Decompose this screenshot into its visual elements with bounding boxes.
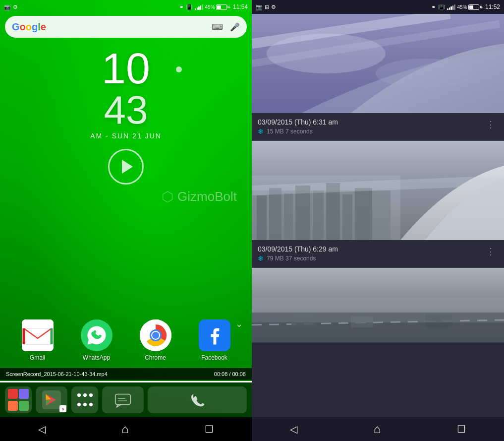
screen-record-bar: ScreenRecord_2015-06-21-10-43-34.mp4 00:… [0, 368, 252, 380]
status-time-right: 11:52 [485, 3, 500, 10]
video-meta-1: 03/09/2015 (Thu) 6:31 am ❄ 15 MB 7 secon… [258, 118, 478, 135]
video-thumbnail-1 [252, 14, 504, 113]
recent-button-right[interactable]: ☐ [457, 423, 466, 435]
dock-message-icon[interactable] [102, 386, 144, 413]
right-battery: 45% + [457, 4, 483, 10]
dock-playstore-icon[interactable]: $ [36, 386, 67, 413]
video-thumb-svg-3 [252, 268, 504, 342]
right-signal-bars [447, 4, 455, 10]
status-time-left: 11:54 [233, 3, 248, 10]
google-bar-icons: ⌨ 🎤 [212, 22, 240, 32]
settings-icon: ⚙ [13, 4, 18, 10]
playstore-svg [42, 390, 61, 409]
status-bar-left: 📷 ⚙ ⚭ 📳 45% + [0, 0, 252, 14]
right-settings-icon: ⚙ [271, 4, 276, 10]
video-thumbnail-3 [252, 268, 504, 342]
right-grid-icon: ⊞ [265, 4, 269, 10]
chrome-svg [140, 319, 171, 351]
dot-3 [89, 393, 93, 397]
gizmobolt-watermark: ⬡ GizmoBolt [162, 189, 237, 205]
video-info-2: 03/09/2015 (Thu) 6:29 am ❄ 79 MB 37 seco… [252, 240, 504, 267]
facebook-label: Facebook [201, 354, 227, 361]
dock-mini-icon-3 [8, 401, 18, 411]
signal-bars [195, 4, 203, 10]
dot-4 [77, 403, 81, 406]
video-thumb-svg-1 [252, 14, 504, 113]
video-item-3[interactable] [252, 268, 504, 343]
right-status-icons: 📷 ⊞ ⚙ [256, 4, 428, 10]
gmail-svg [22, 319, 54, 351]
right-nav-bar: ◁ ⌂ ☐ [252, 417, 504, 441]
gmail-label: Gmail [30, 354, 45, 361]
svg-rect-20 [115, 394, 130, 405]
home-button-right[interactable]: ⌂ [374, 422, 381, 436]
keyboard-icon: ⌨ [212, 22, 223, 32]
video-size-1: 15 MB 7 seconds [267, 128, 313, 135]
google-logo: Google [12, 21, 46, 33]
video-date-1: 03/09/2015 (Thu) 6:31 am [258, 118, 478, 126]
video-more-button-2[interactable]: ⋮ [483, 245, 498, 258]
right-vibrate-icon: 📳 [438, 4, 445, 10]
bottom-dock: $ [0, 382, 252, 417]
left-panel: 📷 ⚙ ⚭ 📳 45% + [0, 0, 252, 441]
right-status-right: ⚭ 📳 45% + 11:52 [431, 3, 500, 10]
facebook-icon [199, 319, 230, 351]
vibrate-icon: 📳 [186, 4, 193, 10]
right-panel: 📷 ⊞ ⚙ ⚭ 📳 45% + 11:52 [252, 0, 504, 441]
facebook-app-icon[interactable]: Facebook [199, 319, 230, 361]
right-screenshot-icon: 📷 [256, 4, 263, 10]
dock-widget-small[interactable] [5, 386, 32, 413]
chrome-app-icon[interactable]: Chrome [140, 319, 171, 361]
clock-minute: 43 [0, 90, 252, 130]
video-thumb-svg-2 [252, 141, 504, 240]
chrome-label: Chrome [145, 354, 166, 361]
dock-app-drawer[interactable] [71, 386, 98, 413]
record-time: 00:08 / 00:08 [214, 371, 246, 377]
gmail-icon [22, 319, 54, 351]
chrome-icon [140, 319, 171, 351]
right-bluetooth-icon: ⚭ [431, 3, 436, 10]
facebook-svg [201, 322, 228, 349]
dock-mini-icon-2 [19, 389, 29, 399]
dock-mini-icon-4 [19, 401, 29, 411]
phone-svg [188, 390, 207, 409]
bluetooth-icon: ⚭ [179, 3, 184, 10]
google-search-bar[interactable]: Google ⌨ 🎤 [5, 16, 247, 38]
gmail-app-icon[interactable]: Gmail [22, 319, 54, 361]
left-status-right: ⚭ 📳 45% + 11:54 [179, 3, 248, 10]
dot-2 [83, 393, 87, 397]
video-details-2: ❄ 79 MB 37 seconds [258, 254, 478, 262]
back-button-left[interactable]: ◁ [38, 423, 46, 435]
dock-phone-icon[interactable] [148, 386, 247, 413]
mic-icon: 🎤 [230, 22, 240, 32]
screenshot-icon: 📷 [4, 4, 11, 10]
clock-widget: 10 43 AM - SUN 21 JUN [0, 47, 252, 140]
whatsapp-label: WhatsApp [83, 354, 110, 361]
whatsapp-icon [81, 319, 112, 351]
dot-6 [89, 403, 93, 406]
play-button[interactable] [108, 149, 144, 185]
home-button-left[interactable]: ⌂ [121, 422, 129, 436]
video-size-2: 79 MB 37 seconds [267, 255, 316, 262]
snowflake-icon-2: ❄ [258, 254, 264, 262]
recent-button-left[interactable]: ☐ [205, 423, 214, 435]
whatsapp-svg [83, 322, 110, 349]
video-item-2[interactable]: 03/09/2015 (Thu) 6:29 am ❄ 79 MB 37 seco… [252, 141, 504, 268]
record-filename: ScreenRecord_2015-06-21-10-43-34.mp4 [6, 371, 108, 377]
status-bar-right: 📷 ⊞ ⚙ ⚭ 📳 45% + 11:52 [252, 0, 504, 14]
video-thumbnail-2 [252, 141, 504, 240]
dot-1 [77, 393, 81, 397]
video-more-button-1[interactable]: ⋮ [483, 118, 498, 131]
svg-rect-46 [252, 298, 504, 322]
clock-date: AM - SUN 21 JUN [0, 132, 252, 140]
watermark-text: GizmoBolt [177, 189, 237, 204]
left-nav-bar: ◁ ⌂ ☐ [0, 417, 252, 441]
video-item-1[interactable]: 03/09/2015 (Thu) 6:31 am ❄ 15 MB 7 secon… [252, 14, 504, 141]
clock-hour: 10 [102, 44, 150, 93]
dock-price-badge: $ [59, 405, 66, 412]
video-date-2: 03/09/2015 (Thu) 6:29 am [258, 245, 478, 253]
back-button-right[interactable]: ◁ [290, 423, 297, 435]
whatsapp-app-icon[interactable]: WhatsApp [81, 319, 112, 361]
message-svg [113, 390, 132, 409]
snowflake-icon-1: ❄ [258, 127, 264, 135]
